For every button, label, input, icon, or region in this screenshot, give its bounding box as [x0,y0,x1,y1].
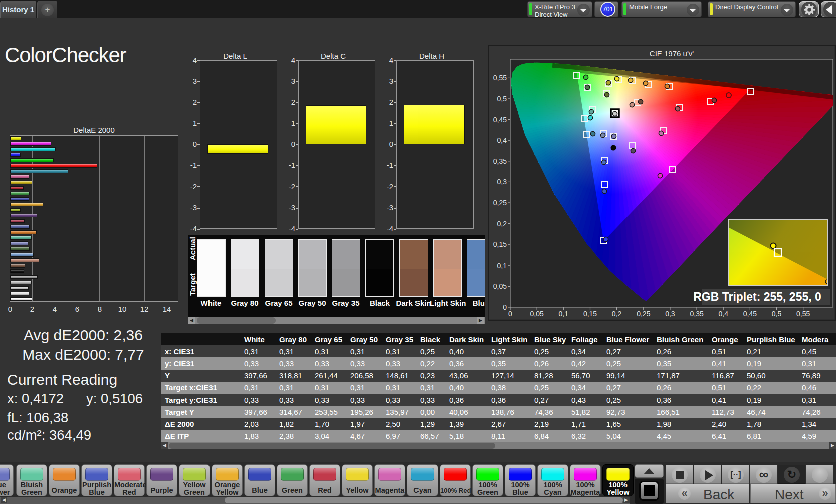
svg-text:0,1: 0,1 [559,310,569,318]
svg-text:0,45: 0,45 [743,310,757,318]
svg-text:0,35: 0,35 [690,310,703,318]
svg-text:0,2: 0,2 [612,310,622,318]
svg-text:0,05: 0,05 [530,310,544,318]
svg-text:0,4: 0,4 [497,136,507,144]
svg-text:0: 0 [503,303,507,311]
svg-text:0: 0 [508,310,512,318]
svg-text:0,2: 0,2 [497,220,507,228]
svg-text:0,4: 0,4 [718,310,728,318]
svg-text:0,1: 0,1 [497,262,507,270]
svg-text:0,45: 0,45 [493,116,507,124]
svg-text:0,25: 0,25 [637,310,650,318]
svg-text:0,5: 0,5 [497,95,507,103]
svg-text:0,55: 0,55 [493,74,507,82]
svg-text:RGB Triplet: 255, 255, 0: RGB Triplet: 255, 255, 0 [693,290,821,303]
svg-text:0,3: 0,3 [665,310,675,318]
svg-text:0,15: 0,15 [493,240,507,248]
svg-text:CIE 1976 u'v': CIE 1976 u'v' [650,49,694,58]
svg-text:0,35: 0,35 [493,157,507,165]
svg-text:0,25: 0,25 [493,199,507,207]
svg-text:0,05: 0,05 [493,282,507,290]
svg-text:0,55: 0,55 [796,310,810,318]
svg-text:0,5: 0,5 [772,310,782,318]
svg-text:0,3: 0,3 [497,178,507,186]
svg-text:0,15: 0,15 [583,310,597,318]
